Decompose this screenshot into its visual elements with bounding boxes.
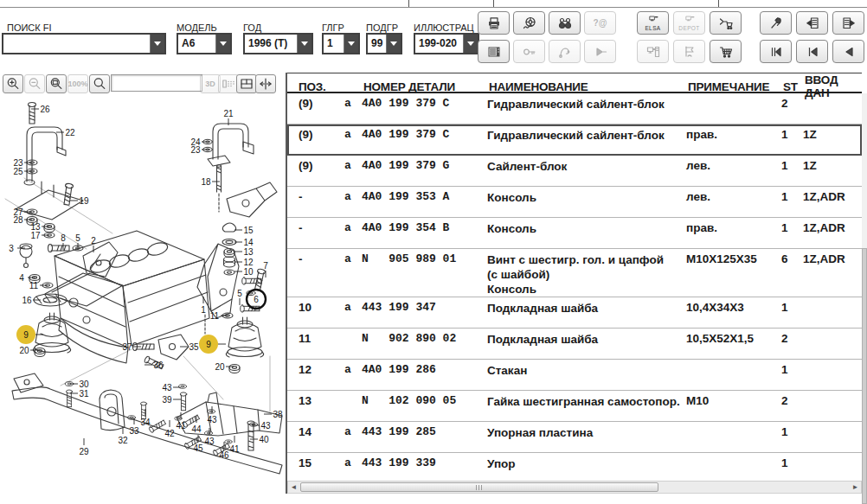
callout-9[interactable]: 9 [206, 340, 211, 349]
callout-21[interactable]: 21 [223, 109, 234, 118]
callout-36[interactable]: 36 [153, 360, 164, 370]
callout-45[interactable]: 45 [193, 443, 203, 453]
callout-30[interactable]: 30 [79, 380, 89, 389]
chevron-down-icon[interactable] [386, 35, 401, 53]
diagram-search-input[interactable] [111, 74, 202, 92]
callout-38[interactable]: 38 [273, 410, 283, 419]
main-group-combobox[interactable]: 1 [322, 33, 360, 54]
subgroup-combobox[interactable]: 99 [366, 33, 402, 54]
search-combobox[interactable] [2, 33, 166, 54]
callout-17[interactable]: 17 [30, 231, 41, 240]
magnifier-button[interactable] [89, 74, 110, 93]
table-row[interactable]: 10a443 199 347Подкладная шайба10,4X34X31 [287, 297, 862, 329]
table-row[interactable]: 12a4A0 199 286Стакан1 [287, 360, 862, 391]
illustration-combobox[interactable]: 199-020 [414, 33, 479, 54]
callout-7[interactable]: 7 [263, 261, 268, 271]
callout-23[interactable]: 23 [190, 145, 201, 155]
table-row[interactable]: -aN 905 989 01Винт с шестигр. гол. и цап… [287, 249, 862, 297]
callout-10[interactable]: 10 [243, 267, 254, 277]
callout-12[interactable]: 12 [243, 258, 254, 267]
callout-22[interactable]: 22 [65, 128, 75, 137]
callout-15[interactable]: 15 [243, 226, 254, 235]
vertical-scrollbar[interactable] [862, 93, 867, 504]
cart-button[interactable] [710, 40, 742, 63]
table-row[interactable]: 11N 902 890 02Подкладная шайба10,5X52X1,… [287, 329, 862, 360]
callout-42[interactable]: 42 [164, 429, 175, 438]
callout-35[interactable]: 35 [189, 342, 199, 352]
callout-34[interactable]: 34 [140, 418, 151, 427]
zoom-area-button[interactable] [46, 74, 67, 93]
find-button[interactable] [549, 11, 581, 35]
year-combobox[interactable]: 1996 (T) [243, 33, 313, 54]
callout-41[interactable]: 41 [176, 421, 186, 431]
model-combobox[interactable]: A6 [177, 33, 232, 54]
wheel-search-button[interactable] [513, 11, 545, 35]
print-button[interactable] [478, 11, 510, 35]
chevron-down-icon[interactable] [463, 35, 478, 53]
chevron-down-icon[interactable] [215, 35, 230, 53]
scrollbar-thumb[interactable] [300, 482, 658, 492]
callout-28[interactable]: 28 [13, 215, 23, 225]
table-row[interactable]: 15a443 199 339Упор1 [287, 453, 862, 482]
table-row[interactable]: -a4A0 199 354 BКонсольправ.11Z,ADR [287, 218, 862, 249]
callout-2[interactable]: 2 [91, 236, 96, 246]
callout-43[interactable]: 43 [207, 415, 217, 424]
callout-46[interactable]: 46 [219, 450, 229, 460]
callout-26[interactable]: 26 [40, 105, 50, 114]
scroll-left-icon[interactable]: ◄ [288, 482, 299, 493]
zoom-in-button[interactable] [3, 74, 23, 93]
illustration-panel[interactable]: 2622232519272813172124231838524111692015… [0, 95, 287, 497]
table-row[interactable]: (9)a4A0 199 379 CГидравлический сайлент-… [287, 93, 862, 124]
chevron-down-icon[interactable] [344, 35, 358, 53]
fit-width-button[interactable] [255, 74, 276, 93]
callout-25[interactable]: 25 [13, 167, 23, 176]
callout-3[interactable]: 3 [9, 244, 14, 253]
callout-39[interactable]: 39 [162, 395, 172, 405]
callout-18[interactable]: 18 [201, 177, 211, 187]
callout-5[interactable]: 5 [75, 233, 80, 243]
list-button[interactable] [478, 40, 510, 63]
chevron-down-icon[interactable] [297, 35, 311, 53]
elsa-button[interactable]: ELSA [637, 11, 669, 35]
cart-export-button[interactable] [710, 11, 742, 35]
callout-8[interactable]: 8 [61, 233, 66, 243]
callout-11[interactable]: 11 [210, 311, 220, 321]
callout-44[interactable]: 44 [191, 424, 202, 434]
nav-back-button[interactable] [832, 40, 864, 63]
scrollbar-thumb[interactable] [862, 248, 867, 504]
callout-11[interactable]: 11 [29, 281, 39, 290]
callout-5[interactable]: 5 [237, 289, 242, 298]
nav-first-button[interactable] [760, 40, 792, 63]
table-row[interactable]: (9)a4A0 199 379 GСайлент-блоклев.11Z [287, 156, 862, 187]
callout-31[interactable]: 31 [79, 389, 89, 399]
callout-6[interactable]: 6 [254, 295, 259, 304]
split-view-button[interactable] [236, 74, 257, 93]
horizontal-scrollbar[interactable]: ◄ ► [287, 481, 862, 494]
callout-32[interactable]: 32 [118, 436, 128, 445]
callout-37[interactable]: 37 [122, 342, 132, 352]
callout-40[interactable]: 40 [259, 435, 269, 444]
callout-20[interactable]: 20 [215, 362, 225, 372]
callout-29[interactable]: 29 [79, 447, 89, 456]
callout-9[interactable]: 9 [23, 330, 29, 340]
nav-prev-group-button[interactable] [796, 40, 828, 63]
table-row[interactable]: 13N 102 090 05Гайка шестигранная самосто… [287, 391, 862, 422]
callout-4[interactable]: 4 [19, 273, 24, 283]
callout-14[interactable]: 14 [243, 238, 254, 247]
chevron-down-icon[interactable] [150, 35, 164, 53]
table-row[interactable]: -a4A0 199 353 AКонсольлев.11Z,ADR [287, 187, 862, 218]
scroll-right-icon[interactable]: ► [850, 482, 861, 493]
callout-13[interactable]: 13 [243, 247, 254, 257]
callout-33[interactable]: 33 [129, 426, 139, 436]
table-row[interactable]: 14a443 199 285Упорная пластина1 [287, 422, 862, 453]
pin-button[interactable] [760, 11, 792, 35]
page-next-button[interactable] [832, 11, 864, 35]
table-row-selected[interactable]: (9)a4A0 199 379 CГидравлический сайлент-… [287, 124, 862, 156]
callout-20[interactable]: 20 [19, 346, 29, 355]
callout-43[interactable]: 43 [162, 383, 172, 392]
callout-43[interactable]: 43 [260, 421, 271, 431]
callout-19[interactable]: 19 [79, 196, 89, 206]
page-previous-button[interactable] [796, 11, 828, 35]
callout-41[interactable]: 41 [229, 444, 240, 454]
callout-16[interactable]: 16 [22, 296, 32, 305]
